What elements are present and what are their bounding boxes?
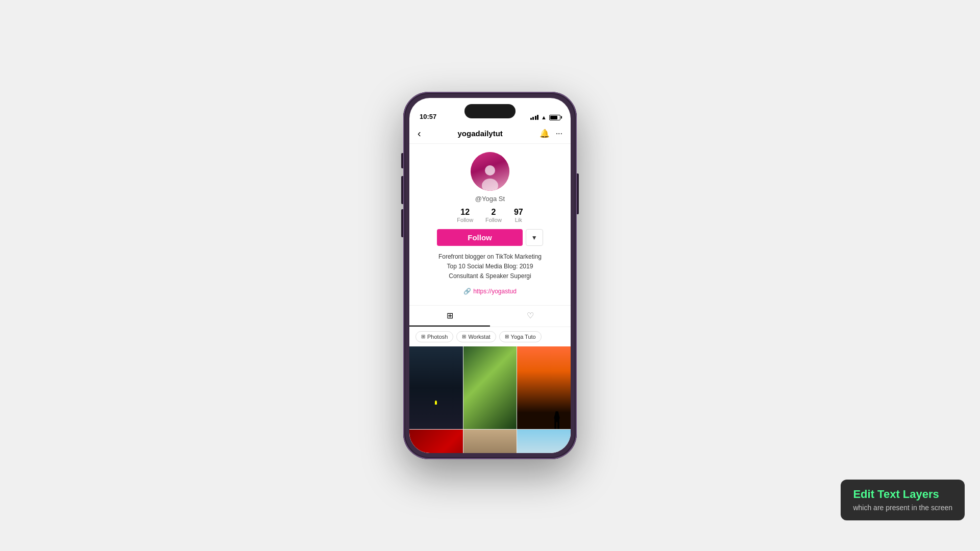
stat-following-count: 12 (460, 208, 470, 217)
avatar-image (475, 160, 505, 191)
video-cell-6[interactable] (517, 430, 571, 453)
avatar (471, 152, 509, 191)
tab-liked[interactable]: ♡ (490, 306, 571, 327)
username-display: @Yoga St (475, 195, 505, 203)
bell-icon[interactable]: 🔔 (540, 129, 550, 138)
svg-point-0 (485, 165, 495, 176)
playlist-tag-photosh[interactable]: ⊞ Photosh (415, 331, 453, 342)
volume-down-button (401, 209, 403, 237)
grid-icon: ⊞ (447, 311, 453, 320)
app-content: ‹ yogadailytut 🔔 ··· (409, 123, 571, 453)
video-cell-3[interactable] (517, 346, 571, 430)
phone-device: 10:57 ▲ ‹ yogadailytut (403, 92, 577, 459)
stat-following-label: Follow (457, 217, 473, 223)
nav-title: yogadailytut (457, 129, 502, 138)
bio-line-1: Forefront blogger on TikTok Marketing (438, 253, 542, 260)
dropdown-button[interactable]: ▼ (526, 229, 543, 246)
stat-likes-label: Lik (515, 217, 522, 223)
status-icons: ▲ (530, 114, 560, 120)
status-time: 10:57 (420, 113, 436, 120)
heart-icon: ♡ (527, 311, 534, 320)
link-text: https://yogastud (473, 288, 517, 295)
stat-likes-count: 97 (514, 208, 523, 217)
wifi-icon: ▲ (541, 114, 547, 120)
signal-icon (530, 115, 539, 120)
stat-likes: 97 Lik (514, 208, 523, 223)
playlist-row: ⊞ Photosh ⊞ Workstat ⊞ Yoga Tuto (409, 327, 571, 346)
edit-badge: Edit Text Layers which are present in th… (841, 480, 965, 520)
video-cell-1[interactable] (409, 346, 463, 430)
follow-row: Follow ▼ (418, 229, 562, 246)
playlist-label-1: Photosh (427, 334, 448, 340)
battery-icon (549, 115, 560, 120)
link-icon: 🔗 (463, 288, 471, 295)
playlist-icon-2: ⊞ (462, 334, 466, 339)
tiny-figure-icon (435, 400, 437, 405)
nav-actions: 🔔 ··· (540, 129, 562, 138)
video-cell-2[interactable] (463, 346, 517, 430)
playlist-tag-yoga[interactable]: ⊞ Yoga Tuto (499, 331, 542, 342)
top-nav: ‹ yogadailytut 🔔 ··· (409, 123, 571, 144)
svg-point-1 (482, 179, 498, 191)
power-button (577, 173, 579, 214)
edit-badge-subtitle: which are present in the screen (853, 504, 952, 512)
bio-line-3: Consultant & Speaker Supergi (449, 272, 531, 280)
stat-followers-count: 2 (492, 208, 496, 217)
playlist-label-2: Workstat (468, 334, 490, 340)
back-button[interactable]: ‹ (418, 128, 421, 139)
stat-followers: 2 Follow (485, 208, 502, 223)
stat-following: 12 Follow (457, 208, 473, 223)
tab-videos[interactable]: ⊞ (409, 306, 490, 327)
follow-button[interactable]: Follow (437, 229, 523, 246)
playlist-icon-1: ⊞ (421, 334, 425, 339)
mute-button (401, 153, 403, 168)
phone-screen: 10:57 ▲ ‹ yogadailytut (409, 98, 571, 453)
playlist-tag-workstat[interactable]: ⊞ Workstat (456, 331, 496, 342)
profile-section: @Yoga St 12 Follow 2 Follow 97 Lik (409, 144, 571, 252)
more-icon[interactable]: ··· (556, 129, 562, 138)
video-grid (409, 346, 571, 453)
bio-line-2: Top 10 Social Media Blog: 2019 (447, 263, 533, 270)
stat-followers-label: Follow (485, 217, 502, 223)
edit-badge-title: Edit Text Layers (853, 488, 952, 501)
playlist-icon-3: ⊞ (505, 334, 509, 339)
volume-up-button (401, 176, 403, 204)
playlist-label-3: Yoga Tuto (511, 334, 536, 340)
bio-section: Forefront blogger on TikTok Marketing To… (409, 252, 571, 288)
tabs-bar: ⊞ ♡ (409, 305, 571, 327)
dynamic-island (464, 104, 516, 118)
video-cell-5[interactable] (463, 430, 517, 453)
video-cell-4[interactable] (409, 430, 463, 453)
stats-row: 12 Follow 2 Follow 97 Lik (457, 208, 523, 223)
profile-link[interactable]: 🔗 https://yogastud (463, 288, 517, 301)
